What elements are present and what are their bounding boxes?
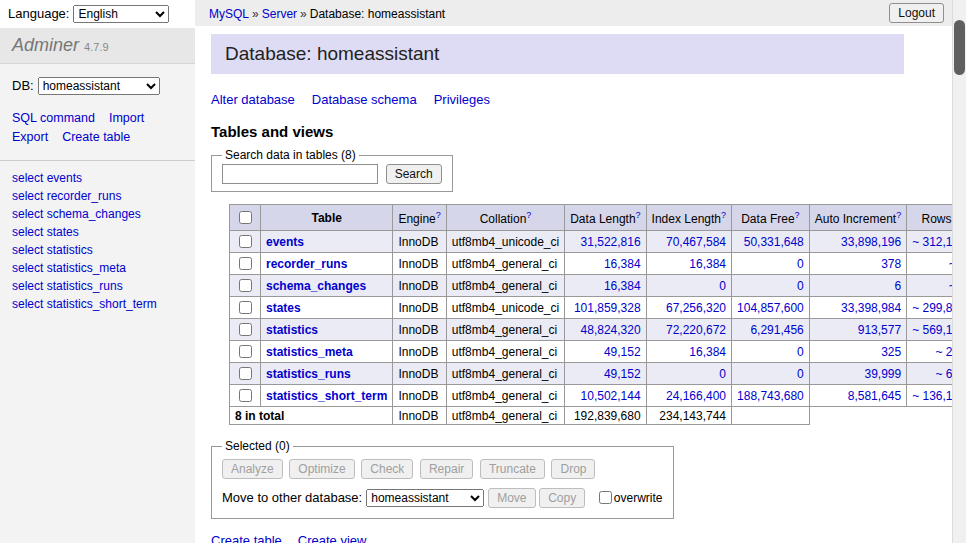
index-length-link[interactable]: 67,256,320 xyxy=(666,301,726,315)
index-length-link[interactable]: 16,384 xyxy=(689,345,726,359)
rows-link[interactable]: ~ 628 xyxy=(936,367,953,381)
data-free-link[interactable]: 6,291,456 xyxy=(750,323,803,337)
data-length-link[interactable]: 48,824,320 xyxy=(581,323,641,337)
scrollbar[interactable] xyxy=(952,0,966,543)
database-schema-link[interactable]: Database schema xyxy=(312,92,417,107)
sidebar-table-link[interactable]: select statistics xyxy=(12,241,183,259)
data-length-link[interactable]: 16,384 xyxy=(604,279,641,293)
table-name-link[interactable]: recorder_runs xyxy=(266,257,347,271)
index-length-link[interactable]: 70,467,584 xyxy=(666,235,726,249)
rows-link[interactable]: ~ 569,159 xyxy=(912,323,952,337)
optimize-button[interactable]: Optimize xyxy=(289,459,354,479)
index-length-link[interactable]: 0 xyxy=(719,279,726,293)
table-name-link[interactable]: statistics_meta xyxy=(266,345,353,359)
row-checkbox[interactable] xyxy=(239,345,252,358)
sidebar-table-link[interactable]: select states xyxy=(12,223,183,241)
rows-link[interactable]: ~ 312,180 xyxy=(912,235,952,249)
table-name-cell: recorder_runs xyxy=(261,253,393,275)
move-button[interactable]: Move xyxy=(488,488,535,508)
alter-database-link[interactable]: Alter database xyxy=(211,92,295,107)
data-free-link[interactable]: 0 xyxy=(797,279,804,293)
breadcrumb-mysql-link[interactable]: MySQL xyxy=(209,7,249,21)
db-select[interactable]: homeassistant xyxy=(38,77,160,95)
sidebar-table-link[interactable]: select recorder_runs xyxy=(12,187,183,205)
row-checkbox[interactable] xyxy=(239,257,252,270)
logout-button[interactable]: Logout xyxy=(889,3,944,23)
data-free-link[interactable]: 0 xyxy=(797,367,804,381)
create-view-link[interactable]: Create view xyxy=(298,533,367,543)
sidebar-table-link[interactable]: select statistics_runs xyxy=(12,277,183,295)
column-help-link[interactable]: ? xyxy=(636,210,641,220)
auto-increment-link[interactable]: 6 xyxy=(894,279,901,293)
auto-increment-link[interactable]: 39,999 xyxy=(864,367,901,381)
auto-increment-link[interactable]: 325 xyxy=(881,345,901,359)
table-name-link[interactable]: schema_changes xyxy=(266,279,366,293)
drop-button[interactable]: Drop xyxy=(551,459,595,479)
copy-button[interactable]: Copy xyxy=(539,488,585,508)
create-table-link[interactable]: Create table xyxy=(211,533,282,543)
rows-link[interactable]: ~ 136,108 xyxy=(912,389,952,403)
rows-link[interactable]: ~ 244 xyxy=(936,345,953,359)
data-length-link[interactable]: 49,152 xyxy=(604,367,641,381)
data-length-link[interactable]: 49,152 xyxy=(604,345,641,359)
table-name-link[interactable]: states xyxy=(266,301,301,315)
move-db-select[interactable]: homeassistant xyxy=(366,489,484,507)
sidebar-table-link[interactable]: select schema_changes xyxy=(12,205,183,223)
search-input[interactable] xyxy=(222,164,378,184)
overwrite-checkbox[interactable] xyxy=(599,491,612,504)
privileges-link[interactable]: Privileges xyxy=(434,92,490,107)
select-all-checkbox[interactable] xyxy=(239,211,252,224)
sidebar-table-link[interactable]: select statistics_short_term xyxy=(12,295,183,313)
export-link[interactable]: Export xyxy=(12,130,48,144)
data-length-link[interactable]: 101,859,328 xyxy=(574,301,641,315)
sql-command-link[interactable]: SQL command xyxy=(12,111,95,125)
row-checkbox[interactable] xyxy=(239,279,252,292)
table-name-link[interactable]: statistics_short_term xyxy=(266,389,387,403)
check-button[interactable]: Check xyxy=(361,459,413,479)
data-length-link[interactable]: 16,384 xyxy=(604,257,641,271)
auto-increment-link[interactable]: 913,577 xyxy=(858,323,901,337)
index-length-link[interactable]: 24,166,400 xyxy=(666,389,726,403)
data-free-link[interactable]: 104,857,600 xyxy=(737,301,804,315)
truncate-button[interactable]: Truncate xyxy=(480,459,545,479)
create-table-sidebar-link[interactable]: Create table xyxy=(62,130,130,144)
row-checkbox[interactable] xyxy=(239,323,252,336)
auto-increment-link[interactable]: 8,581,645 xyxy=(848,389,901,403)
row-checkbox[interactable] xyxy=(239,367,252,380)
data-free-link[interactable]: 188,743,680 xyxy=(737,389,804,403)
breadcrumb-server-link[interactable]: Server xyxy=(262,7,297,21)
column-help-link[interactable]: ? xyxy=(721,210,726,220)
column-help-link[interactable]: ? xyxy=(436,210,441,220)
index-length-link[interactable]: 0 xyxy=(719,367,726,381)
column-help-link[interactable]: ? xyxy=(896,210,901,220)
tables-tbody: eventsInnoDButf8mb4_unicode_ci31,522,816… xyxy=(230,231,953,407)
rows-link[interactable]: ~ 299,833 xyxy=(912,301,952,315)
auto-increment-link[interactable]: 33,898,196 xyxy=(841,235,901,249)
column-help-link[interactable]: ? xyxy=(526,210,531,220)
import-link[interactable]: Import xyxy=(109,111,144,125)
sidebar-table-link[interactable]: select events xyxy=(12,169,183,187)
column-help-link[interactable]: ? xyxy=(795,210,800,220)
auto-increment-link[interactable]: 378 xyxy=(881,257,901,271)
index-length-link[interactable]: 16,384 xyxy=(689,257,726,271)
data-length-link[interactable]: 31,522,816 xyxy=(581,235,641,249)
table-name-link[interactable]: statistics_runs xyxy=(266,367,351,381)
analyze-button[interactable]: Analyze xyxy=(222,459,283,479)
data-free-link[interactable]: 0 xyxy=(797,345,804,359)
scrollbar-thumb[interactable] xyxy=(954,20,965,75)
sidebar-table-link[interactable]: select statistics_meta xyxy=(12,259,183,277)
data-free-link[interactable]: 50,331,648 xyxy=(744,235,804,249)
table-name-link[interactable]: events xyxy=(266,235,304,249)
row-checkbox[interactable] xyxy=(239,389,252,402)
repair-button[interactable]: Repair xyxy=(420,459,473,479)
row-checkbox[interactable] xyxy=(239,235,252,248)
table-name-link[interactable]: statistics xyxy=(266,323,318,337)
row-checkbox[interactable] xyxy=(239,301,252,314)
collation-cell: utf8mb4_unicode_ci xyxy=(446,297,564,319)
search-button[interactable]: Search xyxy=(386,164,442,184)
data-length-link[interactable]: 10,502,144 xyxy=(581,389,641,403)
auto-increment-link[interactable]: 33,398,984 xyxy=(841,301,901,315)
index-length-link[interactable]: 72,220,672 xyxy=(666,323,726,337)
data-free-link[interactable]: 0 xyxy=(797,257,804,271)
language-select[interactable]: English xyxy=(73,5,169,23)
